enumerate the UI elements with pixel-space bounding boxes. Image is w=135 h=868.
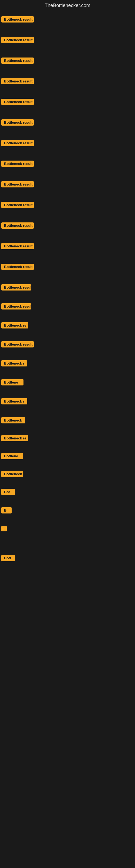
- bottleneck-badge[interactable]: Bottleneck re: [1, 435, 28, 441]
- bottleneck-row: Bottleneck result: [1, 339, 134, 349]
- bottleneck-row: Bottleneck: [1, 469, 134, 479]
- row-spacer: [1, 518, 134, 523]
- bottleneck-badge[interactable]: Bot: [1, 489, 15, 495]
- bottleneck-badge[interactable]: Bottleneck result: [1, 264, 34, 270]
- list-item: Bottleneck result: [1, 34, 134, 45]
- list-item: Bottlene: [1, 377, 134, 388]
- list-item: Bottleneck result: [1, 220, 134, 231]
- row-spacer: [1, 482, 134, 486]
- bottleneck-badge[interactable]: :: [1, 526, 7, 531]
- list-item: Bott: [1, 553, 134, 563]
- row-spacer: [1, 428, 134, 433]
- bottleneck-badge[interactable]: Bottleneck result: [1, 181, 34, 187]
- list-item: Bottleneck result: [1, 96, 134, 107]
- list-item: Bot: [1, 486, 134, 497]
- row-spacer: [1, 151, 134, 158]
- row-spacer: [1, 409, 134, 415]
- bottleneck-row: Bottleneck result: [1, 220, 134, 230]
- bottleneck-row: Bottleneck result: [1, 282, 134, 292]
- items-container: Bottleneck resultBottleneck resultBottle…: [0, 12, 135, 572]
- bottleneck-row: Bottleneck re: [1, 433, 134, 443]
- bottleneck-badge[interactable]: Bottleneck result: [1, 37, 34, 43]
- row-spacer: [1, 536, 134, 553]
- list-item: Bottleneck re: [1, 433, 134, 443]
- row-spacer: [1, 68, 134, 76]
- bottleneck-badge[interactable]: Bottleneck r: [1, 360, 27, 367]
- row-spacer: [1, 565, 134, 571]
- row-spacer: [1, 371, 134, 377]
- bottleneck-row: Bottleneck result: [1, 241, 134, 251]
- row-spacer: [1, 89, 134, 96]
- row-spacer: [1, 314, 134, 320]
- bottleneck-badge[interactable]: Bottleneck result: [1, 202, 34, 208]
- bottleneck-row: Bottleneck result: [1, 35, 134, 45]
- bottleneck-row: Bottleneck result: [1, 262, 134, 272]
- list-item: Bottleneck result: [1, 137, 134, 148]
- row-spacer: [1, 274, 134, 282]
- bottleneck-row: Bottleneck r: [1, 396, 134, 406]
- bottleneck-row: Bottleneck result: [1, 179, 134, 189]
- bottleneck-row: Bottleneck: [1, 415, 134, 425]
- bottleneck-row: :: [1, 524, 134, 533]
- list-item: Bottleneck r: [1, 396, 134, 407]
- bottleneck-badge[interactable]: Bottleneck: [1, 417, 25, 424]
- list-item: :: [1, 523, 134, 534]
- row-spacer: [1, 295, 134, 301]
- row-spacer: [1, 499, 134, 505]
- bottleneck-badge[interactable]: Bottleneck result: [1, 243, 34, 249]
- row-spacer: [1, 233, 134, 241]
- row-spacer: [1, 130, 134, 137]
- bottleneck-badge[interactable]: Bottleneck result: [1, 119, 34, 126]
- bottleneck-row: Bottleneck result: [1, 76, 134, 86]
- bottleneck-badge[interactable]: Bottleneck result: [1, 58, 34, 64]
- bottleneck-row: Bottleneck result: [1, 56, 134, 65]
- bottleneck-badge[interactable]: Bottlene: [1, 453, 23, 459]
- bottleneck-row: Bottleneck result: [1, 97, 134, 106]
- row-spacer: [1, 171, 134, 179]
- list-item: Bottleneck result: [1, 158, 134, 169]
- row-spacer: [1, 254, 134, 261]
- list-item: Bottleneck re: [1, 320, 134, 331]
- row-spacer: [1, 48, 134, 55]
- list-item: Bottleneck result: [1, 179, 134, 190]
- bottleneck-row: Bott: [1, 553, 134, 563]
- bottleneck-badge[interactable]: Bottleneck result: [1, 161, 34, 167]
- list-item: Bottleneck result: [1, 14, 134, 25]
- list-item: Bottleneck result: [1, 339, 134, 350]
- list-item: Bottlene: [1, 451, 134, 461]
- bottleneck-badge[interactable]: Bottleneck re: [1, 322, 28, 329]
- row-spacer: [1, 212, 134, 220]
- list-item: Bottleneck result: [1, 55, 134, 66]
- list-item: Bottleneck: [1, 468, 134, 479]
- bottleneck-badge[interactable]: Bottleneck result: [1, 140, 34, 146]
- page-title: TheBottlenecker.com: [0, 0, 135, 12]
- row-spacer: [1, 352, 134, 358]
- bottleneck-row: Bottleneck re: [1, 320, 134, 330]
- bottleneck-badge[interactable]: Bottleneck result: [1, 99, 34, 105]
- bottleneck-badge[interactable]: Bottlene: [1, 379, 24, 385]
- bottleneck-row: Bottlene: [1, 451, 134, 461]
- bottleneck-row: B: [1, 505, 134, 515]
- row-spacer: [1, 27, 134, 34]
- list-item: Bottleneck result: [1, 199, 134, 210]
- bottleneck-badge[interactable]: Bottleneck result: [1, 341, 34, 347]
- list-item: Bottleneck result: [1, 76, 134, 87]
- row-spacer: [1, 390, 134, 396]
- list-item: B: [1, 505, 134, 516]
- bottleneck-row: Bottleneck result: [1, 14, 134, 24]
- bottleneck-badge[interactable]: Bottleneck result: [1, 16, 34, 23]
- bottleneck-badge[interactable]: Bottleneck: [1, 471, 23, 477]
- bottleneck-badge[interactable]: B: [1, 507, 12, 514]
- bottleneck-badge[interactable]: Bottleneck result: [1, 222, 34, 229]
- bottleneck-row: Bottlene: [1, 377, 134, 387]
- bottleneck-badge[interactable]: Bott: [1, 555, 15, 561]
- bottleneck-badge[interactable]: Bottleneck r: [1, 398, 27, 404]
- bottleneck-row: Bottleneck result: [1, 138, 134, 148]
- row-spacer: [1, 446, 134, 451]
- bottleneck-badge[interactable]: Bottleneck result: [1, 78, 34, 84]
- bottleneck-badge[interactable]: Bottleneck result: [1, 303, 31, 310]
- bottleneck-badge[interactable]: Bottleneck result: [1, 284, 31, 290]
- list-item: Bottleneck r: [1, 358, 134, 369]
- list-item: Bottleneck: [1, 415, 134, 426]
- bottleneck-row: Bottleneck result: [1, 301, 134, 311]
